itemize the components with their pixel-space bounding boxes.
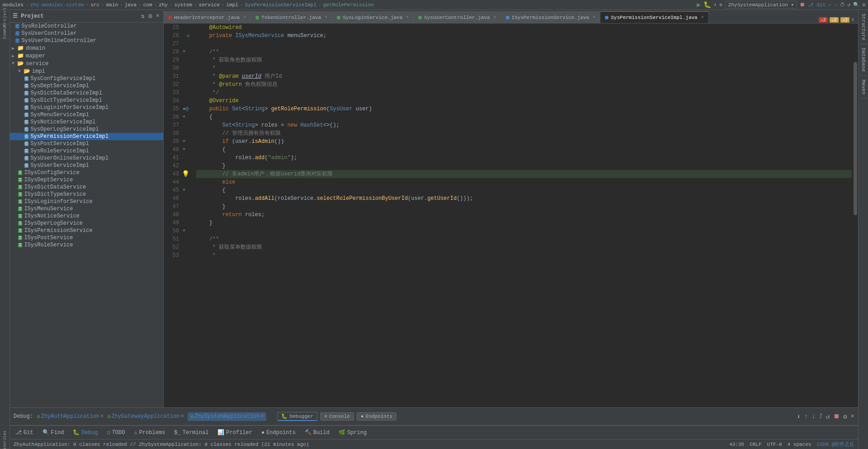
- tree-item-mapper[interactable]: ▶ 📁 mapper: [10, 52, 163, 60]
- tree-item-isysconfigservice[interactable]: I ISysConfigService: [10, 169, 163, 176]
- toolbar-profiler-btn[interactable]: 📊 Profiler: [216, 428, 254, 437]
- tree-item-isysroleservice[interactable]: I ISysRoleService: [10, 241, 163, 249]
- debug-app-zhysystem[interactable]: ⚙ ZhySystemApplication ×: [188, 412, 266, 421]
- fold-arrow-28[interactable]: ▼: [183, 48, 185, 56]
- database-tab[interactable]: Database: [860, 44, 867, 76]
- tab-close-sysusercontroller[interactable]: ×: [494, 15, 496, 20]
- breadcrumb-main[interactable]: main: [106, 2, 118, 8]
- debug-stop-icon[interactable]: ⏹: [833, 413, 840, 420]
- tree-item-isysnoticeservice[interactable]: I ISysNoticeService: [10, 213, 163, 220]
- tree-item-sysrolecontroller[interactable]: C SysRoleController: [10, 23, 163, 30]
- debug-close-panel-icon[interactable]: ×: [851, 413, 854, 420]
- breadcrumb-class[interactable]: SysPermissionServiceImpl: [245, 2, 316, 8]
- tree-item-isysdicttypeservice[interactable]: I ISysDictTypeService: [10, 191, 163, 198]
- indent[interactable]: 4 spaces: [788, 442, 811, 447]
- top-icon-2[interactable]: ⚙: [719, 2, 722, 8]
- toolbar-terminal-btn[interactable]: $_ Terminal: [172, 429, 210, 437]
- debug-step-into-icon[interactable]: ↓: [811, 413, 815, 420]
- tab-sysusercontroller[interactable]: SysUserController.java ×: [414, 11, 501, 23]
- tab-isyspermissionservice[interactable]: ISysPermissionService.java ×: [501, 11, 601, 23]
- toolbar-debug-btn[interactable]: 🐛 Debug: [71, 428, 99, 437]
- debug-settings-icon[interactable]: ⚙: [843, 413, 847, 421]
- tree-item-sysmenuserviceimpl[interactable]: C SysMenuServiceImpl: [10, 111, 163, 118]
- tree-item-syslogininforserviceimpl[interactable]: C SysLogininforServiceImpl: [10, 104, 163, 111]
- code-editor[interactable]: 25 26 27 28 29 30 31 32 33 34 35 36: [164, 24, 858, 407]
- toolbar-find-btn[interactable]: 🔍 Find: [41, 428, 66, 437]
- git-check-icon[interactable]: ✓: [829, 2, 832, 8]
- console-btn[interactable]: ≡ Console: [320, 412, 354, 421]
- search-icon[interactable]: 🔍: [853, 2, 859, 8]
- tree-item-syspostserviceimpl[interactable]: C SysPostServiceImpl: [10, 140, 163, 147]
- breadcrumb-impl[interactable]: impl: [226, 2, 238, 8]
- tree-item-isysdictdataservice[interactable]: I ISysDictDataService: [10, 184, 163, 191]
- tab-close-sysloginservice[interactable]: ×: [406, 15, 409, 20]
- tree-item-sysroleserviceimpl[interactable]: C SysRoleServiceImpl: [10, 147, 163, 155]
- fold-arrow-45[interactable]: ▼: [183, 186, 185, 194]
- top-icon-1[interactable]: ⬇: [714, 2, 717, 8]
- tree-item-domain[interactable]: ▶ 📁 domain: [10, 44, 163, 52]
- breadcrumb-system[interactable]: system: [175, 2, 193, 8]
- app-selector[interactable]: ZhySystemApplication ▾: [725, 1, 797, 9]
- debug-resume-icon[interactable]: ⬇: [797, 413, 800, 421]
- breadcrumb-src[interactable]: src: [90, 2, 99, 8]
- tab-close-tokencontroller[interactable]: ×: [325, 15, 327, 20]
- tree-item-sysuseronlineserviceimpl[interactable]: C SysUserOnlineServiceImpl: [10, 155, 163, 162]
- run-icon[interactable]: ▶: [697, 1, 700, 9]
- encoding[interactable]: UTF-8: [767, 442, 782, 447]
- commit-icon[interactable]: Commit: [0, 24, 10, 39]
- debug-run-icon[interactable]: 🐛: [703, 1, 711, 9]
- debug-app-zhygateway[interactable]: ⚙ ZhyGatewayApplication ×: [107, 413, 184, 420]
- tab-close-headerinterceptor[interactable]: ×: [243, 15, 246, 20]
- debug-close-auth[interactable]: ×: [100, 413, 104, 420]
- debug-app-zhyauth[interactable]: ⚙ ZhyAuthApplication ×: [37, 413, 104, 420]
- tree-item-impl[interactable]: ▼ 📂 impl: [10, 67, 163, 75]
- project-label[interactable]: ☰ Project: [13, 13, 44, 19]
- breadcrumb-method[interactable]: getRolePermission: [323, 2, 374, 8]
- tree-item-sysoperlogserviceimpl[interactable]: C SysOperLogServiceImpl: [10, 126, 163, 133]
- toolbar-git-btn[interactable]: ⎇ Git: [14, 428, 35, 437]
- tree-item-isyslogininforservice[interactable]: I ISysLogininforService: [10, 198, 163, 205]
- endpoints-btn[interactable]: ● Endpoints: [357, 412, 396, 421]
- tree-item-sysuseronlinecontroller[interactable]: C SysUserOnlineController: [10, 37, 163, 44]
- breadcrumb-service[interactable]: service: [199, 2, 220, 8]
- toolbar-problems-btn[interactable]: ⚠ Problems: [132, 428, 167, 437]
- tree-item-isyspermissionservice[interactable]: I ISysPermissionService: [10, 227, 163, 234]
- tree-item-sysdictdataserviceimpl[interactable]: C SysDictDataServiceImpl: [10, 90, 163, 97]
- fold-arrow-40[interactable]: ▼: [183, 146, 185, 154]
- tree-item-isyspostservice[interactable]: I ISysPostService: [10, 234, 163, 241]
- stop-icon[interactable]: ⏹: [800, 1, 805, 8]
- tree-item-sysconfigserviceimpl[interactable]: C SysConfigServiceImpl: [10, 75, 163, 82]
- fold-arrow-39[interactable]: ▼: [183, 137, 185, 146]
- tab-tokencontroller[interactable]: TokenController.java ×: [251, 11, 332, 23]
- git-arrow-icon[interactable]: →: [834, 2, 837, 8]
- debug-step-over-icon[interactable]: ↑: [804, 413, 808, 420]
- tab-headerinterceptor[interactable]: HeaderInterceptor.java ×: [164, 11, 251, 23]
- tab-syspermissionserviceimpl[interactable]: SysPermissionServiceImpl.java ×: [600, 11, 708, 23]
- debugger-btn[interactable]: 🐛 Debugger: [277, 412, 317, 421]
- tree-item-sysuserserviceimpl[interactable]: C SysUserServiceImpl: [10, 162, 163, 169]
- tab-sysloginservice[interactable]: SysLoginService.java ×: [332, 11, 414, 23]
- git-icon[interactable]: ⎇ Git: [808, 2, 826, 8]
- toolbar-todo-btn[interactable]: ☐ TODO: [105, 428, 127, 437]
- breadcrumb-zhy[interactable]: zhy: [159, 2, 168, 8]
- tree-item-isysoperlogservice[interactable]: I ISysOperLogService: [10, 220, 163, 227]
- sidebar-collapse-icon[interactable]: ⚙: [147, 11, 153, 21]
- line-ending[interactable]: CRLF: [750, 442, 761, 447]
- toolbar-spring-btn[interactable]: 🌿 Spring: [337, 428, 368, 437]
- tree-item-isysmenuservice[interactable]: I ISysMenuService: [10, 205, 163, 213]
- breadcrumb-java[interactable]: java: [125, 2, 137, 8]
- history-icon[interactable]: ⏱: [840, 2, 845, 8]
- breadcrumb-project[interactable]: zhy-modules-system: [30, 2, 84, 8]
- toolbar-build-btn[interactable]: 🔨 Build: [303, 428, 331, 437]
- tree-item-sysdicttypeserviceimpl[interactable]: C SysDictTypeServiceImpl: [10, 97, 163, 104]
- breadcrumb-com[interactable]: com: [143, 2, 152, 8]
- fold-arrow-36[interactable]: ▼: [183, 113, 185, 121]
- maven-tab[interactable]: Maven: [860, 76, 867, 99]
- cursor-position[interactable]: 43:35: [729, 442, 744, 447]
- tree-item-sysusercontroller[interactable]: C SysUserController: [10, 30, 163, 37]
- tree-item-sysdeptserviceimpl[interactable]: C SysDeptServiceImpl: [10, 82, 163, 90]
- debug-close-gateway[interactable]: ×: [181, 413, 184, 420]
- sidebar-layout-icon[interactable]: ⇅: [140, 11, 146, 21]
- tree-item-service[interactable]: ▼ 📂 service: [10, 60, 163, 67]
- sidebar-close-icon[interactable]: ×: [155, 11, 160, 21]
